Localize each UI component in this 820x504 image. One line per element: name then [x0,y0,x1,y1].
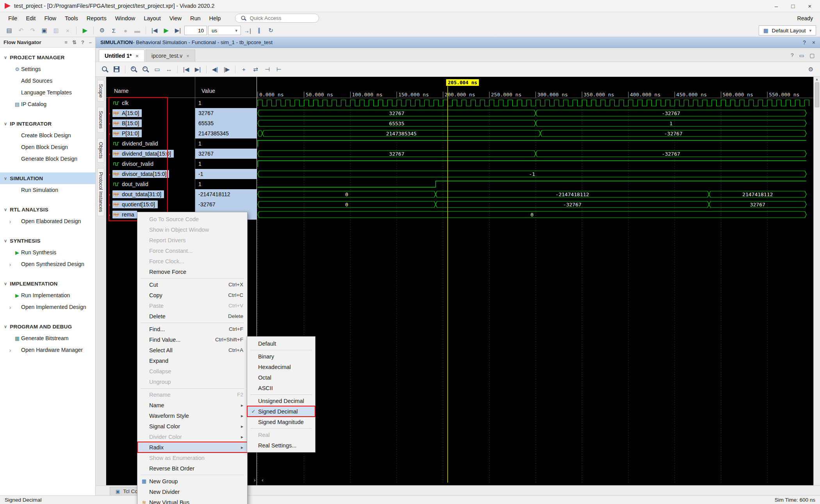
signal-value-dout-tdata-31-0[interactable]: -2147418112 [195,189,257,199]
go-to-end-icon[interactable]: ▶| [193,64,203,75]
swap-cursors-icon[interactable]: ⇄ [250,64,261,75]
signal-row-dout-tdata-31-0[interactable]: ›dout_tdata[31:0] [106,189,195,199]
menu-window[interactable]: Window [111,13,140,23]
flow-section-header-project-manager[interactable]: ∨PROJECT MANAGER [0,51,95,63]
menu-flow[interactable]: Flow [40,13,61,23]
signal-row-p-31-0[interactable]: ›P[31:0] [106,128,195,138]
snap-right-icon[interactable]: ⊢ [274,64,284,75]
signal-value-dividend-tvalid[interactable]: 1 [195,138,257,149]
close-panel-icon[interactable]: × [812,39,815,46]
settings-icon[interactable]: ⚙ [97,25,107,35]
menu-layout[interactable]: Layout [139,13,165,23]
flow-section-header-ip-integrator[interactable]: ∨IP INTEGRATOR [0,118,95,130]
context-menu-item-radix[interactable]: Radix▸ [137,442,247,453]
quick-access-input[interactable] [250,15,308,21]
signal-row-divisor-tdata-15-0[interactable]: ›divisor_tdata[15:0] [106,169,195,179]
signal-value-divisor-tvalid[interactable]: 1 [195,159,257,169]
side-tab-objects[interactable]: Objects [97,138,104,162]
expander-icon[interactable]: › [106,171,112,177]
flow-section-header-rtl-analysis[interactable]: ∨RTL ANALYSIS [0,204,95,215]
expand-collapse-icon[interactable]: ⇅ [72,39,77,45]
signal-row-dividend-tvalid[interactable]: dividend_tvalid [106,138,195,149]
go-to-start-icon[interactable]: |◀ [149,25,160,35]
add-marker-icon[interactable]: + [239,64,249,75]
signal-value-b-15-0[interactable]: 65535 [195,118,257,128]
run-icon[interactable]: ▶ [80,25,90,35]
zoom-to-cursor-icon[interactable]: ↔ [164,64,174,75]
time-unit-select[interactable]: us▾ [208,26,241,35]
side-tab-sources[interactable]: Sources [97,107,104,133]
next-transition-icon[interactable]: |▶ [221,64,232,75]
flow-item-run-simulation[interactable]: Run Simulation [0,184,95,196]
zoom-in-icon[interactable]: + [128,64,139,75]
scroll-up-icon[interactable]: ▲ [815,77,819,81]
signal-value-a-15-0[interactable]: 32767 [195,108,257,118]
flow-item-settings[interactable]: ⚙Settings [0,63,95,75]
context-menu-item-new-divider[interactable]: New Divider [137,486,247,497]
menu-file[interactable]: File [4,13,21,23]
signal-value-p-31-0[interactable]: 2147385345 [195,128,257,138]
signal-row-dividend-tdata-15-0[interactable]: ›dividend_tdata[15:0] [106,149,195,159]
radix-option-real-settings[interactable]: Real Settings... [247,440,315,451]
expander-icon[interactable]: › [106,192,112,197]
signal-value-dout-tvalid[interactable]: 1 [195,179,257,189]
context-menu-item-waveform-style[interactable]: Waveform Style▸ [137,410,247,421]
context-menu-item-signal-color[interactable]: Signal Color▸ [137,421,247,431]
expander-icon[interactable]: › [7,261,13,268]
context-menu-item-copy[interactable]: CopyCtrl+C [137,290,247,300]
zoom-fit-icon[interactable]: ▭ [152,64,162,75]
side-tab-protocol-instances[interactable]: Protocol Instances [97,168,104,216]
pane-scroll-arrows[interactable]: › ‹ [254,477,264,483]
minimize-panel-icon[interactable]: – [89,39,92,45]
maximize-window-icon[interactable]: □ [791,3,795,9]
signal-row-divisor-tvalid[interactable]: divisor_tvalid [106,159,195,169]
radix-option-signed-decimal[interactable]: ✓Signed Decimal [247,406,315,417]
flow-section-header-synthesis[interactable]: ∨SYNTHESIS [0,235,95,247]
wave-settings-gear-icon[interactable]: ⚙ [806,64,816,75]
radix-option-default[interactable]: Default [247,338,315,349]
help-icon[interactable]: ? [791,52,794,59]
snap-left-icon[interactable]: ⊣ [262,64,273,75]
scroll-right-icon[interactable]: › [254,477,255,483]
signal-value-quotient-15-0[interactable]: -32767 [195,199,257,209]
save-icon[interactable] [111,64,122,75]
go-to-start-icon[interactable]: |◀ [181,64,191,75]
tab-ipcore-test-v[interactable]: ipcore_test.v× [146,50,195,62]
flow-item-generate-block-design[interactable]: Generate Block Design [0,153,95,165]
signal-row-quotient-15-0[interactable]: ›quotient[15:0] [106,199,195,209]
layout-selector[interactable]: ▦ Default Layout ▾ [759,25,816,35]
flow-item-run-implementation[interactable]: ▶Run Implementation [0,289,95,301]
expander-icon[interactable]: › [106,110,112,116]
radix-option-binary[interactable]: Binary [247,351,315,362]
context-menu-item-reverse-bit-order[interactable]: Reverse Bit Order [137,463,247,474]
help-icon[interactable]: ? [803,39,806,46]
context-menu-item-find-value[interactable]: Find Value...Ctrl+Shift+F [137,334,247,345]
flow-item-open-hardware-manager[interactable]: ›Open Hardware Manager [0,344,95,356]
vertical-scrollbar[interactable]: ▲ [813,77,820,485]
signal-value-dividend-tdata-15-0[interactable]: 32767 [195,149,257,159]
tab-untitled-1[interactable]: Untitled 1*× [99,50,144,62]
expander-icon[interactable]: › [106,202,112,208]
float-icon[interactable]: ▭ [799,52,804,59]
flow-section-header-implementation[interactable]: ∨IMPLEMENTATION [0,278,95,289]
expander-icon[interactable]: › [7,218,13,225]
signal-row-clk[interactable]: clk [106,98,195,108]
context-menu-item-expand[interactable]: Expand [137,355,247,366]
previous-transition-icon[interactable]: ◀| [210,64,220,75]
menu-reports[interactable]: Reports [82,13,111,23]
expander-icon[interactable]: › [106,151,112,157]
radix-option-unsigned-decimal[interactable]: Unsigned Decimal [247,396,315,406]
maximize-icon[interactable]: ▢ [809,52,815,59]
simulation-run-time-input[interactable] [184,26,207,35]
restart-icon[interactable]: ↻ [266,25,276,35]
context-menu-item-new-virtual-bus[interactable]: ≋New Virtual Bus [137,497,247,504]
signal-row-b-15-0[interactable]: ›B[15:0] [106,118,195,128]
side-tab-scope[interactable]: Scope [97,80,104,101]
reports-sigma-icon[interactable]: Σ [109,25,119,35]
pause-icon[interactable]: ∥ [254,25,264,35]
copy-icon[interactable]: ▣ [39,25,50,35]
menu-edit[interactable]: Edit [21,13,40,23]
flow-item-open-elaborated-design[interactable]: ›Open Elaborated Design [0,215,95,227]
menu-help[interactable]: Help [205,13,225,23]
expander-icon[interactable]: › [106,131,112,137]
